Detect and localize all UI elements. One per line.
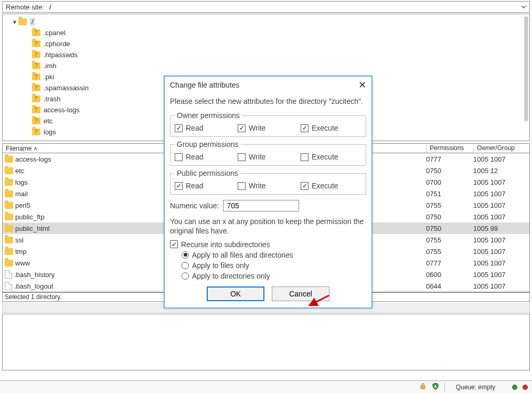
- recurse-checkbox[interactable]: Recurse into subdirectories: [170, 240, 366, 249]
- cell-permissions: 0700: [426, 178, 473, 186]
- checkbox-icon: [301, 153, 308, 161]
- tree-root-row[interactable]: ▼ /: [11, 16, 529, 27]
- cell-owner: 1005 1007: [473, 190, 529, 198]
- tree-item[interactable]: .htpasswds: [32, 49, 529, 60]
- public-read-checkbox[interactable]: Read: [175, 182, 238, 190]
- scrollbar[interactable]: [524, 16, 528, 121]
- tree-item-label: .spamassassin: [44, 84, 89, 92]
- folder-icon: [5, 248, 13, 255]
- folder-icon: [5, 179, 13, 186]
- folder-icon: [5, 214, 13, 220]
- apply-dirs-radio[interactable]: Apply to directories only: [182, 272, 366, 280]
- owner-execute-checkbox[interactable]: Execute: [301, 124, 358, 132]
- cancel-button[interactable]: Cancel: [272, 286, 329, 301]
- folder-icon: [5, 167, 13, 174]
- close-icon[interactable]: ✕: [358, 79, 366, 91]
- cell-owner: 1005 1007: [473, 271, 529, 279]
- remote-site-input[interactable]: [47, 2, 519, 12]
- shield-icon: A: [432, 383, 439, 391]
- numeric-hint: You can use an x at any position to keep…: [170, 217, 366, 236]
- cell-owner: 1005 99: [473, 225, 529, 232]
- apply-all-label: Apply to all files and directories: [192, 251, 293, 259]
- folder-icon: [18, 18, 27, 25]
- public-write-checkbox[interactable]: Write: [238, 182, 301, 190]
- apply-all-radio[interactable]: Apply to all files and directories: [182, 251, 366, 259]
- folder-icon: [5, 190, 13, 197]
- cell-owner: 1005 1007: [473, 248, 529, 256]
- tree-root-label: /: [30, 18, 35, 26]
- cell-permissions: 0755: [426, 236, 473, 244]
- checkbox-icon: [238, 182, 246, 190]
- radio-icon: [182, 262, 189, 269]
- numeric-value-input[interactable]: [223, 200, 299, 211]
- write-label: Write: [249, 153, 265, 161]
- folder-unknown-icon: [32, 73, 40, 80]
- owner-write-checkbox[interactable]: Write: [238, 124, 301, 132]
- svg-text:A: A: [434, 384, 437, 389]
- read-label: Read: [186, 153, 203, 161]
- group-permissions-group: Group permissions Read Write Execute: [170, 140, 366, 166]
- radio-icon: [182, 251, 189, 259]
- public-legend: Public permissions: [175, 169, 240, 177]
- checkbox-icon: [170, 240, 178, 248]
- write-label: Write: [249, 182, 265, 190]
- cell-permissions: 0750: [426, 225, 473, 232]
- folder-unknown-icon: [32, 62, 40, 69]
- cell-permissions: 0755: [426, 201, 473, 209]
- cell-permissions: 0751: [426, 190, 473, 198]
- tree-item[interactable]: .cphorde: [32, 38, 529, 49]
- cell-permissions: 0750: [426, 213, 473, 221]
- folder-icon: [5, 202, 13, 209]
- apply-files-radio[interactable]: Apply to files only: [182, 261, 366, 270]
- file-icon: [5, 282, 12, 290]
- group-read-checkbox[interactable]: Read: [175, 153, 238, 161]
- numeric-value-label: Numeric value:: [170, 201, 219, 210]
- cell-owner: 1005 1007: [473, 155, 529, 163]
- execute-label: Execute: [312, 182, 338, 190]
- folder-icon: [5, 225, 13, 232]
- sort-asc-icon: ∧: [34, 145, 37, 151]
- cell-owner: 1005 1007: [473, 178, 529, 186]
- col-header-permissions[interactable]: Permissions: [426, 144, 473, 153]
- execute-label: Execute: [312, 124, 338, 132]
- checkbox-icon: [238, 124, 246, 132]
- folder-unknown-icon: [32, 29, 40, 36]
- owner-permissions-group: Owner permissions Read Write Execute: [170, 111, 366, 137]
- owner-read-checkbox[interactable]: Read: [175, 124, 238, 132]
- cell-permissions: 0750: [426, 167, 473, 175]
- cell-owner: 1005 1007: [473, 201, 529, 209]
- public-execute-checkbox[interactable]: Execute: [301, 182, 358, 190]
- checkbox-icon: [301, 124, 308, 132]
- folder-unknown-icon: [32, 118, 40, 124]
- write-label: Write: [249, 124, 265, 132]
- read-label: Read: [186, 124, 203, 132]
- apply-files-label: Apply to files only: [192, 261, 249, 270]
- lock-icon: [419, 383, 427, 391]
- remote-site-bar: Remote site:: [2, 1, 530, 13]
- transfer-queue-panel: [2, 314, 530, 370]
- folder-unknown-icon: [32, 95, 40, 102]
- tree-item[interactable]: .cpanel: [32, 27, 529, 38]
- tree-item-label: .cpanel: [44, 29, 66, 37]
- cell-permissions: 0644: [426, 282, 473, 290]
- dialog-title: Change file attributes: [170, 81, 239, 89]
- chevron-down-icon[interactable]: [519, 2, 528, 12]
- col-header-owner[interactable]: Owner/Group: [473, 144, 529, 153]
- checkbox-icon: [175, 124, 183, 132]
- folder-unknown-icon: [32, 129, 40, 135]
- apply-dirs-label: Apply to directories only: [192, 272, 270, 280]
- ok-button[interactable]: OK: [207, 286, 264, 301]
- cell-owner: 1005 1007: [473, 213, 529, 221]
- tree-item[interactable]: .imh: [32, 60, 529, 71]
- status-led-green-icon: [512, 385, 517, 390]
- cell-owner: 1005 1007: [473, 236, 529, 244]
- folder-icon: [5, 260, 13, 267]
- tree-collapse-icon[interactable]: ▼: [11, 19, 18, 25]
- tree-item-label: .pki: [44, 73, 54, 81]
- file-icon: [5, 270, 12, 279]
- recurse-label: Recurse into subdirectories: [181, 240, 270, 249]
- cell-permissions: 0777: [426, 155, 473, 163]
- execute-label: Execute: [312, 153, 338, 161]
- group-execute-checkbox[interactable]: Execute: [301, 153, 358, 161]
- group-write-checkbox[interactable]: Write: [238, 153, 301, 161]
